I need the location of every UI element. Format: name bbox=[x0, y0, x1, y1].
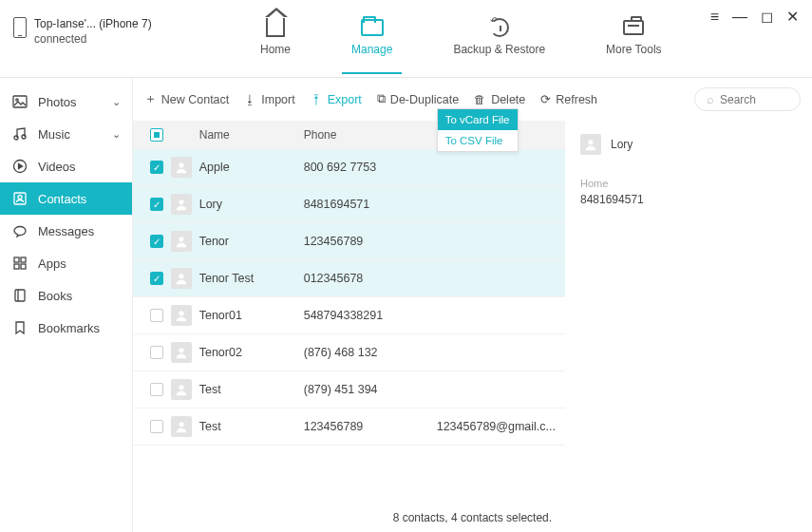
avatar bbox=[171, 379, 192, 400]
export-button[interactable]: ⭱Export bbox=[311, 93, 362, 106]
contact-name: Lory bbox=[199, 198, 304, 211]
row-checkbox[interactable]: ✓ bbox=[150, 198, 163, 211]
sidebar-item-bookmarks[interactable]: Bookmarks bbox=[0, 312, 132, 344]
avatar bbox=[171, 305, 192, 326]
home-icon bbox=[266, 18, 285, 37]
svg-point-6 bbox=[18, 196, 22, 200]
export-dropdown: To vCard File To CSV File bbox=[437, 108, 519, 152]
row-checkbox[interactable]: ✓ bbox=[150, 235, 163, 248]
toolbar: ＋New Contact ⭳Import ⭱Export ⧉De-Duplica… bbox=[133, 78, 812, 121]
avatar bbox=[171, 342, 192, 363]
sidebar-item-label: Messages bbox=[38, 224, 94, 238]
contact-email: 123456789@gmail.c... bbox=[437, 420, 556, 433]
contact-phone: 548794338291 bbox=[304, 309, 437, 322]
sidebar-item-label: Music bbox=[38, 127, 70, 142]
svg-rect-9 bbox=[14, 264, 19, 269]
contact-name: Tenor bbox=[199, 235, 304, 248]
detail-section-label: Home bbox=[580, 178, 797, 189]
contact-phone: (879) 451 394 bbox=[304, 383, 437, 396]
table-row[interactable]: ✓Apple800 692 7753 bbox=[133, 149, 565, 186]
maximize-button[interactable]: ◻ bbox=[761, 10, 773, 25]
svg-point-3 bbox=[22, 135, 26, 139]
sidebar-item-music[interactable]: Music ⌄ bbox=[0, 118, 132, 150]
svg-point-1 bbox=[16, 99, 18, 101]
table-row[interactable]: ✓Tenor Test012345678 bbox=[133, 260, 565, 297]
device-info: Top-Ianse'... (iPhone 7) connected bbox=[13, 0, 241, 47]
search-box[interactable]: ⌕ bbox=[694, 87, 801, 111]
table-row[interactable]: Test(879) 451 394 bbox=[133, 371, 565, 408]
row-checkbox[interactable]: ✓ bbox=[150, 161, 163, 174]
table-row[interactable]: ✓Tenor123456789 bbox=[133, 223, 565, 260]
row-checkbox[interactable]: ✓ bbox=[150, 272, 163, 285]
minimize-button[interactable]: — bbox=[732, 10, 747, 25]
search-icon: ⌕ bbox=[707, 92, 714, 106]
sidebar-item-messages[interactable]: Messages bbox=[0, 215, 132, 247]
sidebar-item-photos[interactable]: Photos ⌄ bbox=[0, 86, 132, 118]
chevron-down-icon: ⌄ bbox=[112, 96, 121, 108]
sidebar-item-label: Contacts bbox=[38, 192, 86, 206]
svg-rect-0 bbox=[13, 96, 27, 107]
app-header: Top-Ianse'... (iPhone 7) connected Home … bbox=[0, 0, 812, 78]
svg-point-16 bbox=[179, 311, 183, 315]
svg-point-12 bbox=[179, 162, 183, 167]
sidebar-item-apps[interactable]: Apps bbox=[0, 247, 132, 279]
import-button[interactable]: ⭳Import bbox=[244, 93, 294, 106]
row-checkbox[interactable] bbox=[150, 383, 163, 396]
avatar bbox=[171, 416, 192, 437]
folder-icon bbox=[361, 19, 384, 36]
export-vcard-option[interactable]: To vCard File bbox=[438, 109, 518, 130]
row-checkbox[interactable] bbox=[150, 420, 163, 433]
sidebar-item-videos[interactable]: Videos bbox=[0, 150, 132, 182]
contact-phone: 123456789 bbox=[304, 420, 437, 433]
export-csv-option[interactable]: To CSV File bbox=[438, 130, 518, 151]
contact-phone: 800 692 7753 bbox=[304, 161, 437, 174]
close-button[interactable]: ✕ bbox=[786, 10, 799, 25]
contact-name: Tenor Test bbox=[199, 272, 304, 285]
contact-phone: (876) 468 132 bbox=[304, 346, 437, 359]
tools-icon bbox=[623, 20, 644, 35]
search-input[interactable] bbox=[720, 93, 788, 106]
row-checkbox[interactable] bbox=[150, 346, 163, 359]
tab-manage[interactable]: Manage bbox=[351, 16, 392, 62]
delete-button[interactable]: 🗑Delete bbox=[474, 93, 525, 106]
contacts-table: Name Phone Email ✓Apple800 692 7753✓Lory… bbox=[133, 121, 565, 503]
phone-icon bbox=[13, 17, 27, 38]
tab-home[interactable]: Home bbox=[260, 16, 291, 62]
select-all-checkbox[interactable] bbox=[150, 128, 163, 142]
contact-phone: 012345678 bbox=[304, 272, 437, 285]
plus-icon: ＋ bbox=[144, 91, 157, 107]
trash-icon: 🗑 bbox=[474, 93, 486, 106]
table-row[interactable]: Tenor01548794338291 bbox=[133, 297, 565, 334]
tab-tools[interactable]: More Tools bbox=[606, 16, 661, 62]
deduplicate-button[interactable]: ⧉De-Duplicate bbox=[377, 92, 459, 106]
svg-point-14 bbox=[179, 237, 183, 241]
messages-icon bbox=[11, 223, 28, 238]
avatar bbox=[171, 268, 192, 289]
svg-point-15 bbox=[179, 274, 183, 278]
column-phone[interactable]: Phone bbox=[304, 128, 437, 142]
hamburger-icon[interactable]: ≡ bbox=[710, 10, 719, 25]
sidebar-item-books[interactable]: Books bbox=[0, 279, 132, 312]
sidebar-item-contacts[interactable]: Contacts bbox=[0, 182, 132, 215]
table-row[interactable]: ✓Lory8481694571 bbox=[133, 186, 565, 223]
dedup-icon: ⧉ bbox=[377, 92, 386, 106]
detail-name: Lory bbox=[611, 138, 633, 151]
sidebar-item-label: Apps bbox=[38, 256, 66, 271]
column-name[interactable]: Name bbox=[199, 128, 304, 142]
videos-icon bbox=[11, 159, 28, 174]
contact-name: Test bbox=[199, 420, 304, 433]
row-checkbox[interactable] bbox=[150, 309, 163, 322]
new-contact-button[interactable]: ＋New Contact bbox=[144, 91, 230, 107]
avatar bbox=[580, 134, 601, 155]
contact-name: Tenor02 bbox=[199, 346, 304, 359]
sidebar-item-label: Photos bbox=[38, 95, 76, 109]
contact-phone: 8481694571 bbox=[304, 198, 437, 211]
svg-point-19 bbox=[179, 422, 183, 427]
refresh-button[interactable]: ⟳Refresh bbox=[540, 92, 597, 106]
contact-phone: 123456789 bbox=[304, 235, 437, 248]
export-icon: ⭱ bbox=[311, 93, 323, 106]
svg-point-2 bbox=[14, 136, 18, 140]
tab-backup[interactable]: Backup & Restore bbox=[453, 16, 545, 62]
table-row[interactable]: Test123456789123456789@gmail.c... bbox=[133, 408, 565, 446]
table-row[interactable]: Tenor02(876) 468 132 bbox=[133, 334, 565, 371]
